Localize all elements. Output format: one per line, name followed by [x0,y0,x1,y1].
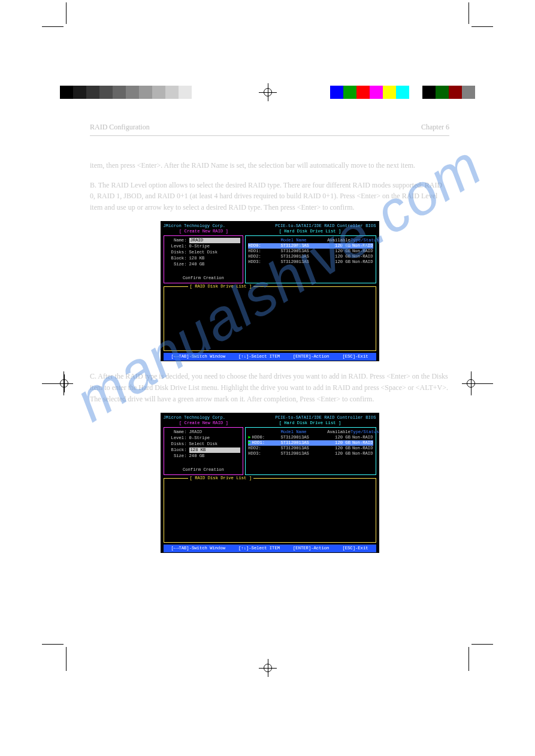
drive-list-title: [ Hard Disk Drive List ] [244,229,376,234]
bios-vendor: JMicron Technology Corp. [164,415,226,421]
drive-row[interactable]: HDD3:ST3120013AS120 GBNon-RAID [248,451,373,456]
paragraph-continuation: item, then press <Enter>. After the RAID… [90,160,449,171]
drive-status: Non-RAID [350,435,373,440]
drive-row[interactable]: ►HDD1:ST3120013AS120 GBNon-RAID [248,440,373,446]
drive-row[interactable]: HDD1:ST3120013AS120 GBNon-RAID [248,249,373,254]
swatch [192,86,205,99]
field-value: 0-Stripe [189,244,241,249]
drive-row[interactable]: HDD0:ST3120013AS120 GBNon-RAID [248,243,373,249]
confirm-creation-button[interactable]: Confirm Creation [167,276,241,281]
drive-size: 120 GB [325,435,350,440]
drive-size: 120 GB [325,243,350,249]
bios-vendor: JMicron Technology Corp. [164,223,226,229]
hard-disk-list-panel[interactable]: Model NameAvailableType/StatusHDD0:ST312… [245,235,376,283]
field-value: 128 KB [189,256,241,261]
create-raid-panel[interactable]: Name:JRAIDLevel:0-StripeDisks:Select Dis… [164,235,244,283]
raid-field-disks[interactable]: Disks:Select Disk [167,441,241,447]
col-available: Available [325,238,350,243]
drive-id: HDD3: [248,451,280,456]
raid-field-name[interactable]: Name:JRAID [167,238,241,243]
swatch [330,86,343,99]
drive-id: HDD1: [248,249,280,254]
drive-model: ST3120013AS [280,446,325,451]
help-tab: [←→TAB]-Switch Window [171,354,225,359]
swatch [165,86,179,99]
drive-row[interactable]: HDD3:ST3120013AS120 GBNon-RAID [248,259,373,265]
field-value: Select Disk [189,250,241,255]
raid-disk-list-caption: [ RAID Disk Drive List ] [188,284,254,289]
drive-row[interactable]: HDD2:ST3120013AS120 GBNon-RAID [248,446,373,451]
field-value: 128 KB [189,447,241,453]
swatch [356,86,370,99]
drive-model: ST3120013AS [280,451,325,456]
drive-id: ►HDD0: [248,435,280,440]
raid-field-level[interactable]: Level:0-Stripe [167,436,241,441]
paragraph-raid-level: B. The RAID Level option allows to selec… [90,180,449,213]
field-label: Disks: [167,250,187,255]
drive-list-header: Model NameAvailableType/Status [248,238,373,243]
drive-size: 120 GB [325,440,350,446]
swatch [462,86,475,99]
drive-status: Non-RAID [350,259,373,265]
swatch [152,86,165,99]
swatch [113,86,126,99]
col-available: Available [325,430,350,435]
raid-field-block[interactable]: Block:128 KB [167,256,241,261]
drive-size: 120 GB [325,451,350,456]
swatch [370,86,383,99]
bios-help-bar: [←→TAB]-Switch Window [↑↓]-Select ITEM [… [164,545,376,552]
swatch [436,86,449,99]
drive-id: HDD2: [248,446,280,451]
field-label: Block: [167,447,187,453]
field-label: Block: [167,256,187,261]
create-raid-panel[interactable]: Name:JRAIDLevel:0-StripeDisks:Select Dis… [164,427,244,475]
raid-field-size[interactable]: Size:240 GB [167,262,241,267]
paragraph-select-disks: C. After the RAID type is decided, you n… [90,371,449,404]
field-value: 240 GB [189,262,241,267]
swatch [396,86,409,99]
drive-size: 120 GB [325,254,350,259]
col-type-status: Type/Status [350,430,373,435]
field-value: 0-Stripe [189,436,241,441]
swatch [126,86,139,99]
swatch [409,86,422,99]
field-value: 240 GB [189,453,241,459]
drive-row[interactable]: ►HDD0:ST3120013AS120 GBNon-RAID [248,435,373,440]
drive-model: ST3120013AS [280,254,325,259]
drive-row[interactable]: HDD2:ST3120013AS120 GBNon-RAID [248,254,373,259]
field-value: JRAID [189,430,241,435]
col-model: Model Name [280,238,325,243]
raid-field-disks[interactable]: Disks:Select Disk [167,250,241,255]
raid-disk-list-panel: [ RAID Disk Drive List ] [164,286,376,351]
registration-target-bottom [259,659,277,677]
drive-status: Non-RAID [350,254,373,259]
registration-target-left [55,374,73,392]
selected-arrow-icon: ► [248,435,250,440]
raid-field-size[interactable]: Size:240 GB [167,453,241,459]
registration-row [60,84,475,101]
field-label: Level: [167,436,187,441]
field-label: Disks: [167,441,187,447]
confirm-creation-button[interactable]: Confirm Creation [167,467,241,473]
raid-field-level[interactable]: Level:0-Stripe [167,244,241,249]
drive-status: Non-RAID [350,446,373,451]
col-model: Model Name [280,430,325,435]
drive-list-header: Model NameAvailableType/Status [248,430,373,435]
bios-help-bar: [←→TAB]-Switch Window [↑↓]-Select ITEM [… [164,353,376,361]
drive-size: 120 GB [325,249,350,254]
drive-size: 120 GB [325,259,350,265]
raid-field-block[interactable]: Block:128 KB [167,447,241,453]
bios-product: PCIE-to-SATAII/IDE RAID Controller BIOS [275,223,376,229]
drive-status: Non-RAID [350,451,373,456]
swatch [422,86,436,99]
drive-size: 120 GB [325,446,350,451]
drive-status: Non-RAID [350,243,373,249]
bios-screenshot-disk-step: JMicron Technology Corp. PCIE-to-SATAII/… [161,413,379,553]
swatch [179,86,192,99]
raid-field-name[interactable]: Name:JRAID [167,430,241,435]
page-header: RAID Configuration Chapter 6 [90,123,449,136]
hard-disk-list-panel[interactable]: Model NameAvailableType/Status►HDD0:ST31… [245,427,376,475]
help-enter: [ENTER]-Action [293,546,329,551]
registration-target-top [259,83,277,101]
drive-model: ST3120013AS [280,435,325,440]
